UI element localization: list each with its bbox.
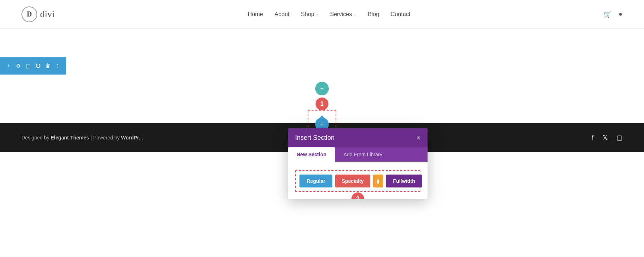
toolbar: + ⚙ ◫ ⏻ 🗑 ⋮ (0, 57, 66, 75)
nav-icons: 🛒 ● (604, 10, 623, 18)
specialty-section-button[interactable]: Specialty (335, 175, 370, 187)
shop-chevron-icon: ⌄ (316, 12, 318, 16)
main-area: + ⚙ ◫ ⏻ 🗑 ⋮ + 1 + Designed by Elegant Th… (0, 29, 644, 257)
nav-blog[interactable]: Blog (368, 11, 379, 18)
nav-about[interactable]: About (274, 11, 289, 18)
modal-title: Insert Section (295, 134, 335, 142)
specialty-icon-button[interactable]: ▮ (373, 175, 383, 187)
modal-close-button[interactable]: × (416, 135, 420, 141)
footer-credit: Designed by Elegant Themes | Powered by … (21, 135, 143, 141)
footer-wordpress: WordPr... (121, 135, 143, 141)
toolbar-power-button[interactable]: ⏻ (34, 61, 43, 71)
header: D divi Home About Shop ⌄ Services ⌄ Blog… (0, 0, 644, 29)
main-nav: Home About Shop ⌄ Services ⌄ Blog Contac… (248, 11, 410, 18)
footer-social: 𝔣 𝕏 ▢ (592, 134, 623, 142)
insert-section-modal: Insert Section × New Section Add From Li… (288, 128, 428, 199)
fullwidth-section-button[interactable]: Fullwidth (386, 175, 422, 187)
facebook-icon[interactable]: 𝔣 (592, 134, 594, 142)
footer-text-pre: Designed by (21, 135, 51, 141)
section-options: Regular Specialty ▮ Fullwidth (295, 170, 420, 192)
toolbar-layout-button[interactable]: ◫ (24, 61, 33, 71)
cart-icon[interactable]: 🛒 (604, 10, 611, 18)
toolbar-more-button[interactable]: ⋮ (54, 61, 62, 71)
nav-services[interactable]: Services ⌄ (330, 11, 356, 18)
instagram-icon[interactable]: ▢ (616, 134, 623, 142)
tab-new-section[interactable]: New Section (288, 147, 335, 162)
regular-section-button[interactable]: Regular (299, 175, 332, 187)
toolbar-delete-button[interactable]: 🗑 (44, 61, 52, 71)
modal-tabs: New Section Add From Library (288, 147, 428, 162)
logo-circle: D (21, 6, 37, 22)
logo-text: divi (40, 9, 54, 20)
modal-header: Insert Section × (288, 128, 428, 147)
nav-contact[interactable]: Contact (391, 11, 410, 18)
nav-home[interactable]: Home (248, 11, 263, 18)
toolbar-settings-button[interactable]: ⚙ (14, 61, 23, 71)
badge-1: 1 (316, 97, 328, 110)
search-icon[interactable]: ● (619, 10, 623, 18)
footer-elegant-themes: Elegant Themes (51, 135, 89, 141)
services-chevron-icon: ⌄ (353, 12, 356, 16)
add-section-teal-button[interactable]: + (315, 82, 329, 95)
toolbar-add-button[interactable]: + (4, 61, 13, 71)
footer-text-mid: | Powered by (89, 135, 121, 141)
tab-add-from-library[interactable]: Add From Library (335, 147, 391, 162)
twitter-icon[interactable]: 𝕏 (602, 134, 608, 142)
nav-shop[interactable]: Shop ⌄ (301, 11, 318, 18)
logo-area[interactable]: D divi (21, 6, 54, 22)
